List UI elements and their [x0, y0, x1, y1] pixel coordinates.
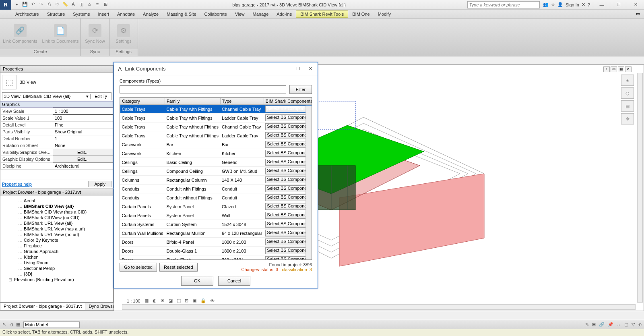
bs-component-select[interactable]: Select BS Component▾: [265, 132, 312, 139]
select-icon[interactable]: ↖: [2, 322, 6, 327]
reset-selected-button[interactable]: Reset selected: [159, 263, 198, 272]
filter-input[interactable]: [120, 85, 286, 93]
dialog-maximize-button[interactable]: ☐: [295, 66, 301, 71]
bs-component-cell[interactable]: Select BS Component▾: [264, 105, 312, 114]
property-row[interactable]: Visibility/Graphics Ove...Edit...: [1, 149, 113, 156]
property-value[interactable]: Fine: [53, 122, 113, 129]
tab-addins[interactable]: Add-Ins: [272, 11, 296, 17]
property-row[interactable]: Rotation on SheetNone: [1, 142, 113, 149]
tree-item[interactable]: BIMShark CIDView (no CID): [4, 215, 110, 220]
bs-component-select[interactable]: Select BS Component▾: [265, 176, 312, 183]
tree-group[interactable]: Elevations (Building Elevation): [4, 277, 110, 282]
bs-component-select[interactable]: Select BS Component▾: [265, 239, 312, 245]
nav-pan-icon[interactable]: ✥: [621, 113, 634, 124]
browser-tree[interactable]: AerialBIMShark CID View {all}BIMShark CI…: [0, 196, 113, 284]
bs-component-cell[interactable]: Select BS Component▾: [264, 176, 312, 185]
col-family[interactable]: Family: [165, 98, 220, 105]
panel-toggle-icon[interactable]: ▭: [636, 11, 640, 17]
properties-help-link[interactable]: Properties help: [2, 182, 32, 187]
property-row[interactable]: View Scale1 : 100: [1, 108, 113, 115]
bs-component-select[interactable]: Select BS Component▾: [265, 256, 312, 260]
tree-item[interactable]: Kitchen: [4, 254, 110, 260]
bs-component-cell[interactable]: Select BS Component▾: [264, 114, 312, 122]
viewport-cascade-icon[interactable]: ▦: [618, 66, 624, 72]
save-icon[interactable]: 💾: [22, 2, 28, 8]
filter-icon[interactable]: ▦: [16, 322, 20, 327]
scale-label[interactable]: 1 : 100: [126, 299, 141, 303]
tree-item[interactable]: {3D}: [4, 271, 110, 277]
property-value[interactable]: Show Original: [53, 129, 113, 135]
tab-architecture[interactable]: Architecture: [11, 11, 43, 17]
maximize-button[interactable]: ☐: [610, 0, 627, 10]
text-icon[interactable]: A: [70, 2, 76, 8]
bs-component-select[interactable]: Select BS Component▾: [265, 106, 312, 112]
bs-component-select[interactable]: Select BS Component▾: [265, 168, 312, 174]
property-row[interactable]: Graphic Display OptionsEdit...: [1, 156, 113, 163]
tree-item[interactable]: Color By Keynote: [4, 237, 110, 243]
dialog-close-button[interactable]: ✕: [307, 66, 314, 71]
dialog-minimize-button[interactable]: —: [283, 66, 289, 71]
tab-analyze[interactable]: Analyze: [139, 11, 163, 17]
apply-button[interactable]: Apply: [88, 181, 111, 187]
close-hidden-icon[interactable]: ⊞: [102, 2, 109, 8]
tree-item[interactable]: Sectional Persp: [4, 265, 110, 271]
subscription-icon[interactable]: 👥: [543, 2, 549, 7]
tree-item[interactable]: BIMShark URL View (no url): [4, 232, 110, 237]
cube-icon[interactable]: ◈: [621, 75, 634, 86]
sync-now-button[interactable]: ⟳Sync Now: [81, 19, 109, 49]
property-row[interactable]: DisciplineArchitectural: [1, 163, 113, 170]
close-button[interactable]: ✕: [627, 0, 644, 10]
workset-input[interactable]: [23, 321, 80, 328]
viewport-restore-icon[interactable]: ▫: [603, 66, 610, 72]
tab-insert[interactable]: Insert: [94, 11, 114, 17]
bs-component-cell[interactable]: Select BS Component▾: [264, 202, 312, 211]
bs-component-cell[interactable]: Select BS Component▾: [264, 220, 312, 229]
filter-select-icon[interactable]: ▽: [632, 322, 635, 327]
bs-component-select[interactable]: Select BS Component▾: [265, 203, 312, 210]
table-row[interactable]: DoorsBifold-4 Panel1800 x 2100Select BS …: [120, 238, 312, 247]
tab-view[interactable]: View: [231, 11, 249, 17]
table-row[interactable]: Curtain PanelsSystem PanelGlazedSelect B…: [120, 202, 312, 211]
property-value[interactable]: None: [53, 142, 113, 149]
measure-icon[interactable]: 📏: [62, 2, 68, 8]
lock-icon[interactable]: 🔒: [200, 298, 207, 303]
viewport-scrollbar-v[interactable]: [637, 73, 643, 303]
viewport-close-icon[interactable]: ✕: [625, 66, 632, 72]
bs-component-cell[interactable]: Select BS Component▾: [264, 238, 312, 247]
table-row[interactable]: Curtain PanelsSystem PanelWallSelect BS …: [120, 211, 312, 220]
bs-component-select[interactable]: Select BS Component▾: [265, 185, 312, 192]
help-icon[interactable]: ?: [588, 2, 590, 7]
bs-component-cell[interactable]: Select BS Component▾: [264, 193, 312, 202]
bs-component-cell[interactable]: Select BS Component▾: [264, 131, 312, 140]
visual-style-icon[interactable]: ◐: [152, 298, 157, 303]
col-type[interactable]: Type: [220, 98, 264, 105]
bs-component-select[interactable]: Select BS Component▾: [265, 247, 312, 254]
undo-icon[interactable]: ↶: [30, 2, 36, 8]
property-value[interactable]: Edit...: [53, 156, 113, 163]
tab-massing[interactable]: Massing & Site: [163, 11, 200, 17]
bs-component-cell[interactable]: Select BS Component▾: [264, 211, 312, 220]
property-value[interactable]: Architectural: [53, 163, 113, 170]
bs-component-cell[interactable]: Select BS Component▾: [264, 122, 312, 131]
exchange-icon[interactable]: ✕: [582, 2, 585, 7]
table-row[interactable]: CeilingsBasic CeilingGenericSelect BS Co…: [120, 158, 312, 167]
property-value[interactable]: 100: [53, 115, 113, 122]
app-logo[interactable]: R: [0, 0, 11, 10]
bs-component-cell[interactable]: Select BS Component▾: [264, 229, 312, 238]
bs-component-select[interactable]: Select BS Component▾: [265, 141, 312, 148]
bs-component-select[interactable]: Select BS Component▾: [265, 150, 312, 157]
minimize-button[interactable]: —: [593, 0, 610, 10]
tab-bimone[interactable]: BIM One: [348, 11, 374, 17]
viewport-maximize-icon[interactable]: ▭: [611, 66, 617, 72]
switch-icon[interactable]: ≡: [94, 2, 101, 8]
table-row[interactable]: ColumnsRectangular Column140 X 140Select…: [120, 176, 312, 185]
crop-region-icon[interactable]: ▣: [192, 298, 197, 303]
settings-button[interactable]: ⚙Settings: [109, 19, 138, 49]
dialog-titlebar[interactable]: Λ Link Components — ☐ ✕: [114, 62, 318, 75]
table-row[interactable]: Cable TraysCable Tray without FittingsLa…: [120, 131, 312, 140]
crop-icon[interactable]: ⊡: [184, 298, 189, 303]
property-row[interactable]: Scale Value 1:100: [1, 115, 113, 122]
redo-icon[interactable]: ↷: [38, 2, 44, 8]
tab-collaborate[interactable]: Collaborate: [200, 11, 231, 17]
table-row[interactable]: CaseworkBarBarSelect BS Component▾: [120, 140, 312, 149]
